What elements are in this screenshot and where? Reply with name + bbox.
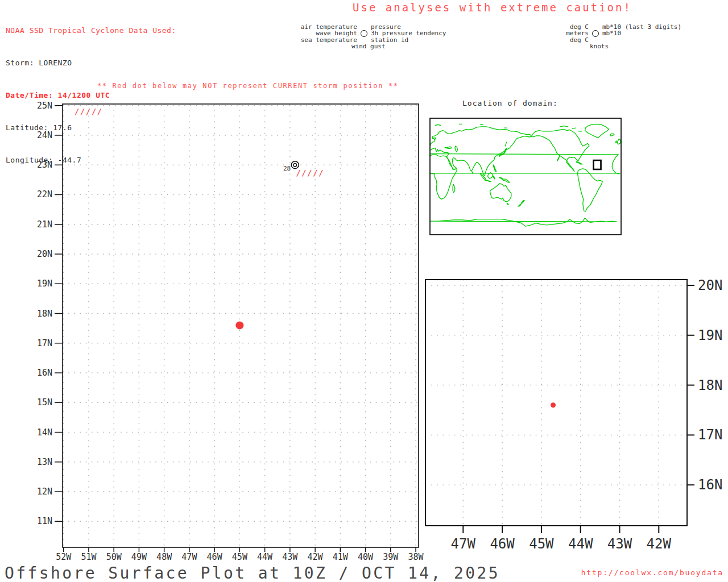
zoom-map-lat-label: 17N <box>698 427 722 443</box>
zoom-map-lon-label: 43W <box>607 536 632 552</box>
coastline <box>585 124 609 138</box>
coastline <box>453 184 455 193</box>
coastline <box>493 165 497 172</box>
zoom-map-lon-label: 45W <box>529 536 554 552</box>
main-map-lat-label: 21N <box>37 219 52 230</box>
coastline <box>499 177 510 182</box>
coastline <box>430 154 620 174</box>
domain-location-box <box>593 160 601 169</box>
main-map-lon-label: 42W <box>308 552 324 562</box>
latitude-line: Latitude: 17.6 <box>6 122 176 133</box>
coastline <box>507 203 508 204</box>
station-circle-icon <box>361 30 367 37</box>
storm-position-dot <box>235 321 243 329</box>
main-map-lat-label: 17N <box>37 338 52 348</box>
zoom-map-frame <box>425 280 687 526</box>
coastline <box>472 172 473 173</box>
main-map-lon-label: 50W <box>106 552 122 562</box>
storm-position-dot <box>551 402 556 408</box>
coastline <box>430 127 532 176</box>
longitude-line: Longitude: -44.7 <box>6 155 176 165</box>
main-map-lon-label: 52W <box>56 552 72 562</box>
main-map-lon-label: 49W <box>131 552 147 562</box>
domain-map-title: Location of domain: <box>462 99 558 107</box>
station-units-legend: deg C mb*10 (last 3 digits) meters mb*10… <box>547 24 681 49</box>
zoom-map-lon-label: 47W <box>451 536 476 552</box>
main-map-lat-label: 16N <box>37 368 52 378</box>
main-map-lat-label: 19N <box>37 278 52 289</box>
main-map-lat-label: 12N <box>37 487 52 497</box>
coastline <box>532 129 589 171</box>
main-map-lon-label: 51W <box>81 552 97 562</box>
main-map-lon-label: 39W <box>383 552 399 562</box>
plot-main-title: Offshore Surface Plot at 10Z / OCT 14, 2… <box>5 564 500 582</box>
legend-sea-temperature: sea temperature <box>300 37 357 43</box>
storm-info-block: NOAA SSD Tropical Cyclone Data Used: Sto… <box>6 3 176 176</box>
main-map-lat-label: 22N <box>37 189 52 199</box>
coastline <box>560 126 568 127</box>
caution-banner: Use analyses with extreme caution! <box>353 1 632 14</box>
main-map-lon-label: 38W <box>408 552 424 562</box>
coastline <box>455 146 458 152</box>
coastline <box>490 184 511 202</box>
zoom-map-lat-label: 18N <box>698 377 722 393</box>
coastline <box>518 203 522 206</box>
coastline <box>445 147 452 148</box>
coastline <box>557 156 560 161</box>
world-map-frame <box>430 118 621 235</box>
main-map-lon-label: 48W <box>156 552 172 562</box>
coastline <box>506 142 507 146</box>
storm-name-line: Storm: LORENZO <box>6 57 176 68</box>
zoom-map-lat-label: 16N <box>698 477 722 493</box>
source-url: http://coolwx.com/buoydata <box>581 568 723 577</box>
main-map-lat-label: 14N <box>37 427 52 438</box>
coastline <box>435 124 440 125</box>
coastline <box>610 134 614 136</box>
units-pressure-tendency: mb*10 <box>602 30 621 36</box>
coastline <box>430 218 617 226</box>
main-map-lon-label: 46W <box>207 552 223 562</box>
coastline <box>616 141 618 143</box>
zoom-map-lon-label: 46W <box>490 536 515 552</box>
coastline <box>493 176 495 179</box>
main-map-lat-label: 11N <box>37 516 52 526</box>
coastline <box>522 201 525 203</box>
coastline <box>486 180 491 181</box>
main-map-lon-label: 43W <box>282 552 298 562</box>
zoom-map-lon-label: 44W <box>568 536 593 552</box>
coastline <box>577 161 582 164</box>
main-map-lat-label: 15N <box>37 397 52 408</box>
zoom-map-lat-label: 19N <box>698 327 722 343</box>
units-wind-gust: knots <box>547 43 609 49</box>
coastline <box>572 128 576 128</box>
units-sea-temperature: deg C <box>547 37 589 43</box>
zoom-map-lat-label: 20N <box>698 277 722 293</box>
station-circle-icon <box>592 30 599 37</box>
world-map <box>430 118 621 235</box>
datetime-line: Date/Time: 14/1200 UTC <box>6 90 176 101</box>
storm-position-warning: ** Red dot below may NOT represent CURRE… <box>97 82 398 90</box>
main-map-lat-label: 18N <box>37 309 52 319</box>
zoom-map: 47W46W45W44W43W42W20N19N18N17N16N <box>425 277 722 552</box>
station-outer-circle <box>291 161 299 169</box>
zoom-map-lon-label: 42W <box>647 536 672 552</box>
coastline <box>618 139 621 144</box>
main-map-lon-label: 41W <box>333 552 349 562</box>
legend-pressure-tendency: 3h pressure tendency <box>371 30 446 36</box>
main-map-lon-label: 40W <box>358 552 374 562</box>
station-value: 28 <box>283 165 291 172</box>
main-map-lon-label: 47W <box>181 552 197 562</box>
main-map-lat-label: 20N <box>37 249 52 259</box>
legend-wave-height: wave height <box>300 30 357 36</box>
hatch-marks: ///// <box>296 168 324 177</box>
data-source-line: NOAA SSD Tropical Cyclone Data Used: <box>6 25 176 36</box>
coastline <box>578 169 603 211</box>
main-map-lon-label: 45W <box>232 552 248 562</box>
units-wave-height: meters <box>547 30 589 36</box>
main-map-lat-label: 13N <box>37 457 52 467</box>
legend-wind-gust: wind gust <box>300 43 386 49</box>
offshore-surface-plot-page: { "header": { "source_line": "NOAA SSD T… <box>0 0 728 582</box>
station-model-legend: air temperature pressure wave height 3h … <box>300 24 446 49</box>
main-map-lon-label: 44W <box>257 552 273 562</box>
